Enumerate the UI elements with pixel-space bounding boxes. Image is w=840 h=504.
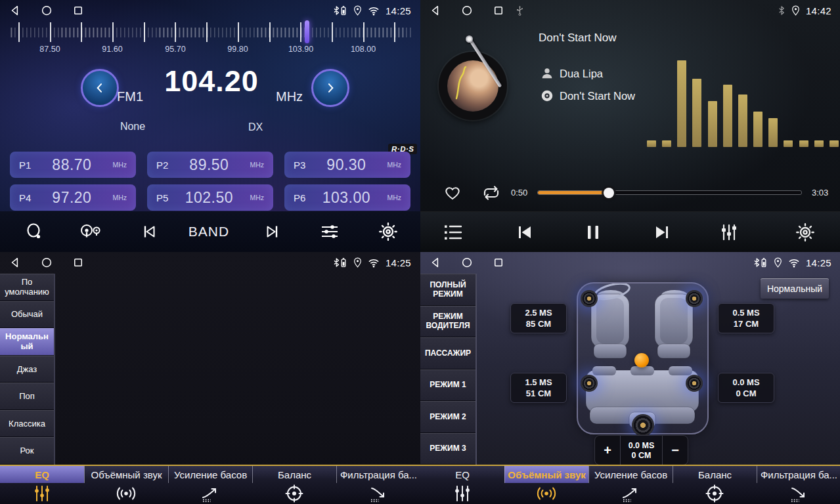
mode-2[interactable]: РЕЖИМ 2 — [420, 401, 475, 433]
tab-label: Фильтрация ба... — [757, 466, 840, 483]
preset-button-1[interactable]: P1 88.70 MHz — [10, 152, 136, 178]
mode-passenger[interactable]: ПАССАЖИР — [420, 337, 475, 369]
tab-bass-boost[interactable]: Усиление басов — [168, 466, 252, 504]
eq-preset-custom[interactable]: Обычай — [0, 301, 54, 329]
bass-boost-icon — [168, 483, 252, 504]
home-icon[interactable] — [41, 257, 53, 268]
preset-button-3[interactable]: P3 90.30 MHz — [284, 152, 410, 178]
eq-preset-rock[interactable]: Рок — [0, 437, 54, 465]
delay-front-left[interactable]: 2.5 MS 85 CM — [510, 303, 567, 333]
settings-gear-icon[interactable] — [367, 211, 409, 252]
status-bar: 14:42 — [420, 0, 840, 21]
preset-button-2[interactable]: P2 89.50 MHz — [147, 152, 273, 178]
tab-bass-boost[interactable]: Усиление басов — [588, 466, 673, 504]
home-icon[interactable] — [461, 257, 473, 268]
preset-frequency: 97.20 — [31, 189, 112, 207]
back-icon[interactable] — [430, 257, 441, 268]
recents-icon[interactable] — [493, 257, 504, 268]
spectrum-bar — [753, 112, 763, 147]
delay-rear-left[interactable]: 1.5 MS 51 CM — [510, 373, 567, 403]
next-station-icon[interactable] — [251, 211, 293, 252]
tab-surround[interactable]: Объёмный звук — [504, 466, 588, 504]
eq-preset-default[interactable]: По умолчанию — [0, 274, 54, 301]
delay-front-right[interactable]: 0.5 MS 17 CM — [718, 303, 774, 333]
tuner-ticks-minor — [9, 28, 411, 37]
scan-search-icon[interactable] — [14, 211, 56, 252]
band-button[interactable]: BAND — [188, 211, 230, 252]
sound-tab-bar: EQ Объёмный звук Усиление басов Баланс Ф… — [420, 465, 840, 504]
preset-unit: MHz — [387, 161, 401, 169]
pause-icon[interactable] — [572, 212, 614, 252]
wifi-icon — [368, 6, 380, 16]
spectrum-bar — [829, 140, 839, 147]
band-label: FM1 — [117, 89, 143, 104]
tuner-pointer[interactable] — [305, 20, 309, 43]
tuner-label: 108.00 — [351, 45, 376, 54]
eq-preset-pop[interactable]: Поп — [0, 383, 54, 410]
tune-down-button[interactable] — [81, 69, 119, 107]
tab-balance[interactable]: Баланс — [252, 466, 336, 504]
position-preset-button[interactable]: Нормальный — [761, 278, 829, 299]
back-icon[interactable] — [430, 5, 441, 16]
back-icon[interactable] — [9, 257, 21, 268]
radio-screen: 14:25 87.50 91.60 95.70 99.80 103.90 108… — [0, 0, 420, 252]
tab-label: EQ — [0, 466, 84, 483]
tab-surround[interactable]: Объёмный звук — [84, 466, 168, 504]
tuner-scale[interactable]: 87.50 91.60 95.70 99.80 103.90 108.00 — [9, 22, 411, 55]
home-icon[interactable] — [41, 5, 53, 16]
progress-fill — [538, 191, 609, 194]
mode-3[interactable]: РЕЖИМ 3 — [420, 433, 475, 465]
mode-1[interactable]: РЕЖИМ 1 — [420, 369, 475, 402]
previous-station-icon[interactable] — [129, 211, 171, 252]
delay-ms: 1.5 MS — [525, 377, 552, 387]
settings-gear-icon[interactable] — [784, 212, 826, 252]
preset-button-6[interactable]: P6 103.00 MHz — [284, 184, 410, 211]
preset-button-5[interactable]: P5 102.50 MHz — [147, 184, 273, 211]
sound-tab-bar: EQ Объёмный звук Усиление басов Баланс Ф… — [0, 465, 420, 504]
preset-label: P2 — [156, 159, 168, 171]
progress-thumb[interactable] — [604, 188, 614, 198]
tab-filter[interactable]: Фильтрация ба... — [336, 466, 420, 504]
listening-position-marker[interactable] — [634, 353, 649, 368]
tab-balance[interactable]: Баланс — [673, 466, 757, 504]
subwoofer[interactable] — [632, 414, 654, 436]
tune-up-button[interactable] — [311, 69, 349, 107]
spectrum-bar — [799, 140, 808, 147]
delay-cm: 0 CM — [736, 388, 756, 398]
tab-eq[interactable]: EQ — [0, 466, 84, 504]
mode-full[interactable]: ПОЛНЫЙ РЕЖИМ — [420, 274, 475, 306]
mode-driver[interactable]: РЕЖИМ ВОДИТЕЛЯ — [420, 306, 475, 338]
repeat-icon[interactable] — [481, 184, 502, 202]
tab-filter[interactable]: Фильтрация ба... — [757, 466, 840, 504]
preset-button-4[interactable]: P4 97.20 MHz — [10, 184, 136, 211]
home-icon[interactable] — [461, 5, 473, 16]
sound-settings-icon[interactable] — [309, 211, 351, 252]
eq-preset-jazz[interactable]: Джаз — [0, 356, 54, 383]
speaker-rear-right[interactable] — [686, 375, 703, 392]
preset-unit: MHz — [112, 194, 127, 201]
album-title: Don't Start Now — [560, 90, 635, 102]
clock: 14:25 — [386, 5, 411, 16]
increase-button[interactable]: + — [595, 436, 620, 465]
broadcast-icon[interactable] — [69, 211, 111, 252]
previous-track-icon[interactable] — [504, 212, 546, 252]
recents-icon[interactable] — [72, 257, 84, 268]
progress-bar[interactable] — [537, 190, 802, 195]
tab-eq[interactable]: EQ — [420, 466, 504, 504]
eq-preset-normal[interactable]: Нормальный — [0, 328, 54, 356]
balance-icon — [673, 483, 757, 504]
equalizer-icon[interactable] — [708, 212, 750, 252]
delay-rear-right[interactable]: 0.0 MS 0 CM — [718, 373, 774, 403]
decrease-button[interactable]: − — [663, 436, 688, 465]
speaker-rear-left[interactable] — [581, 375, 598, 392]
speaker-front-right[interactable] — [686, 290, 703, 307]
recents-icon[interactable] — [493, 5, 504, 16]
next-track-icon[interactable] — [641, 212, 683, 252]
speaker-front-left[interactable] — [581, 290, 598, 307]
favorite-heart-icon[interactable] — [443, 183, 462, 201]
eq-preset-classic[interactable]: Классика — [0, 410, 54, 438]
delay-ms: 0.5 MS — [732, 308, 759, 318]
playlist-icon[interactable] — [432, 212, 474, 252]
recents-icon[interactable] — [72, 5, 84, 16]
back-icon[interactable] — [9, 5, 21, 16]
